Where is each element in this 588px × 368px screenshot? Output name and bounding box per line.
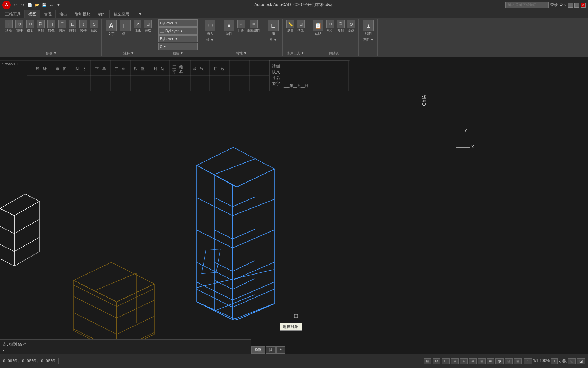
layout-tab[interactable]: 排 [266,346,276,354]
login-button[interactable]: 登录 [550,2,558,8]
zoom-in[interactable]: + [551,358,558,364]
clipboard-tools: 📋 粘贴 ✂ 剪切 ⿻ 复制 ⊕ 基点 [311,19,356,50]
annotation-toggle[interactable]: ⊞ [514,358,522,364]
model-tab[interactable]: 模型 [251,346,265,354]
linewidth-toggle[interactable]: ═ [487,358,494,364]
scale-icon: ⊙ [90,20,98,28]
window-title: Autodesk AutoCAD 2020 平开门衣柜.dwg [254,2,333,8]
qa-save[interactable]: 💾 [41,2,47,8]
layer-dropdown[interactable]: ByLayer [158,19,198,27]
bottom-cabinet [74,262,154,352]
ribbon-tab-apps[interactable]: 精选应用 [110,10,133,18]
svg-text:封　边: 封 边 [154,67,164,71]
dimension-button[interactable]: ⊢ 标注 [118,19,132,37]
help-icon[interactable]: ? [564,3,566,7]
svg-line-72 [233,229,255,239]
minimize-button[interactable]: ─ [568,3,573,8]
qa-forward[interactable]: ↪ [19,2,26,8]
layer-dropdown-value: ByLayer [160,21,173,25]
measure-label: 测量 [287,28,294,33]
move-button[interactable]: ✛ 移动 [4,19,14,34]
svg-text:Y: Y [464,128,467,133]
snap-toggle[interactable]: ⊞ [424,358,431,364]
view-button[interactable]: ⊞ 视图 [361,19,375,37]
copy2-button[interactable]: ⿻ 复制 [336,19,346,34]
mirror-button[interactable]: ⊣ 镜像 [46,19,56,34]
scale-button[interactable]: ⊙ 缩放 [89,19,99,34]
text-button[interactable]: A 文字 [104,19,118,37]
group-button[interactable]: ⊡ 组 [266,19,280,37]
info-icon[interactable]: ⚙ [559,3,563,7]
svg-marker-54 [197,302,274,320]
annotation-tools: A 文字 ⊢ 标注 ↗ 引线 ⊞ 表格 [104,19,153,50]
fullscreen-btn[interactable]: ⊡ [568,358,576,364]
units-display: 小数 [559,358,567,364]
close-button[interactable]: ✕ [581,3,586,8]
array-button[interactable]: ⊞ 阵列 [67,19,78,34]
basepoint-icon: ⊕ [347,20,355,28]
layer-group-label: 图层 ▼ [173,51,183,56]
svg-line-76 [233,279,255,289]
svg-line-50 [14,237,39,252]
svg-text:试　装: 试 装 [193,67,204,71]
lineweight-value: 0 [160,45,162,49]
paste-button[interactable]: 📋 粘贴 [311,19,325,37]
add-layout-tab[interactable]: + [276,346,285,354]
insert-button[interactable]: ⬚ 插入 [203,19,217,37]
osnap-toggle[interactable]: ⊕ [460,358,468,364]
svg-text:请侧: 请侧 [272,64,280,68]
ribbon-tab-dropdown[interactable]: ▼ [135,10,146,18]
linetype-dropdown[interactable]: ByLayer [158,35,198,42]
leader-icon: ↗ [134,20,141,28]
properties-button[interactable]: ≡ 特性 [222,19,236,37]
table-button[interactable]: ⊞ 表格 [143,19,153,34]
drawing-canvas-area[interactable]: 1:65/80/1:1 设 计 审 图 财 务 下 单 开 料 洗 型 封 边 … [0,58,588,352]
qa-more[interactable]: ▼ [55,2,62,8]
ribbon-tab-addons[interactable]: 附加模块 [71,10,94,18]
stretch-button[interactable]: ↕ 拉伸 [78,19,88,34]
left-wireframe [0,194,39,266]
qa-open[interactable]: 📂 [34,2,40,8]
qa-new[interactable]: 📄 [27,2,33,8]
svg-text:设　计: 设 计 [36,67,47,71]
fillet-button[interactable]: ⌒ 圆角 [57,19,67,34]
ducs-toggle[interactable]: ⊞ [478,358,486,364]
workspace-btn[interactable]: ⊙ [524,358,532,364]
text-icon: A [106,20,117,31]
lineweight-dropdown[interactable]: 0 [158,43,198,50]
otrack-toggle[interactable]: ∞ [469,358,476,364]
matchprop-button[interactable]: ✓ 匹配 [236,19,246,34]
ribbon-tab-action[interactable]: 动作 [94,10,110,18]
rotate-button[interactable]: ↻ 旋转 [14,19,24,34]
ribbon-tab-view[interactable]: 视图 [25,10,40,18]
view-group-label: 视图 ▼ [363,38,373,42]
qa-back[interactable]: ↩ [12,2,19,8]
ribbon-tab-output[interactable]: 输出 [56,10,71,18]
ribbon-tab-manage[interactable]: 管理 [40,10,56,18]
trim-button[interactable]: ✂ 修剪 [25,19,35,34]
ribbon-tab-3dtools[interactable]: 三维工具 [1,10,25,18]
main-bookshelf [197,147,275,320]
quickcalc-button[interactable]: ⊞ 快算 [296,19,306,34]
status-sep-1 [58,358,59,364]
copy-button[interactable]: ⿻ 复制 [36,19,46,34]
qa-plot[interactable]: 🖨 [48,2,55,8]
polar-toggle[interactable]: ⊛ [451,358,459,364]
isolate-btn[interactable]: ◪ [577,358,585,364]
ortho-toggle[interactable]: ⊢ [442,358,450,364]
cut-button[interactable]: ✂ 剪切 [325,19,335,34]
modify-group-label: 修改 ▼ [46,51,56,56]
maximize-button[interactable]: □ [574,3,579,8]
properties-label: 特性 [226,32,232,36]
editattr-button[interactable]: ✏ 编辑属性 [247,19,261,34]
app-logo[interactable]: A [2,1,11,9]
basepoint-button[interactable]: ⊕ 基点 [346,19,356,34]
transparency-toggle[interactable]: ◑ [495,358,504,364]
selection-toggle[interactable]: ⊡ [505,358,513,364]
grid-toggle[interactable]: ⊙ [433,358,440,364]
utilities-group-label: 实用工具 ▼ [287,51,304,56]
measure-button[interactable]: 📏 测量 [285,19,295,34]
color-dropdown[interactable]: ByLayer [158,27,198,34]
leader-button[interactable]: ↗ 引线 [132,19,143,34]
search-input[interactable] [505,2,549,8]
